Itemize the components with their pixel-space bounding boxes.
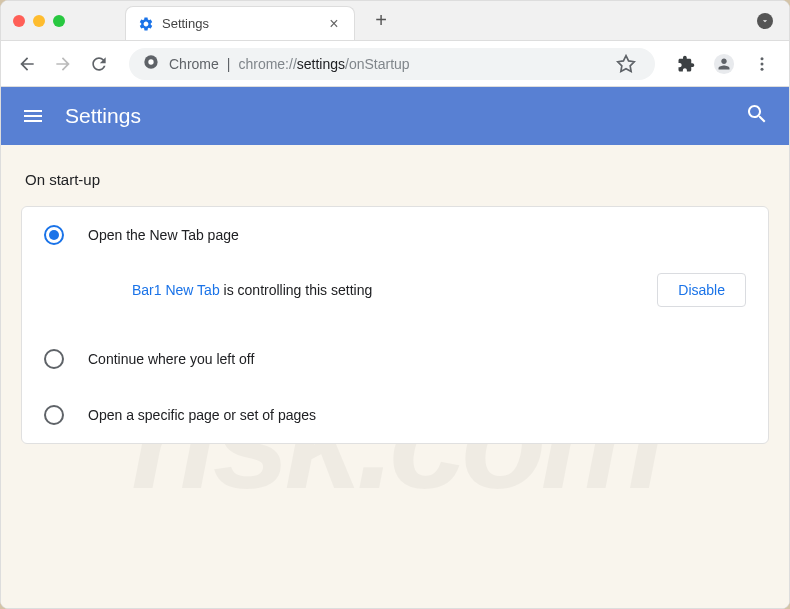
- option-specific-pages[interactable]: Open a specific page or set of pages: [22, 387, 768, 443]
- svg-point-3: [761, 57, 764, 60]
- forward-button[interactable]: [49, 50, 77, 78]
- url-text: Chrome | chrome://settings/onStartup: [169, 56, 410, 72]
- url-path-rest: /onStartup: [345, 56, 410, 72]
- section-title: On start-up: [25, 171, 781, 188]
- address-bar[interactable]: Chrome | chrome://settings/onStartup: [129, 48, 655, 80]
- back-button[interactable]: [13, 50, 41, 78]
- svg-point-1: [148, 59, 153, 64]
- close-window-button[interactable]: [13, 15, 25, 27]
- url-prefix: Chrome: [169, 56, 219, 72]
- option-label: Continue where you left off: [88, 351, 254, 367]
- hamburger-menu-icon[interactable]: [21, 104, 45, 128]
- radio-unselected-icon[interactable]: [44, 349, 64, 369]
- gear-icon: [138, 16, 154, 32]
- profile-icon[interactable]: [709, 49, 739, 79]
- titlebar: Settings × +: [1, 1, 789, 41]
- reload-button[interactable]: [85, 50, 113, 78]
- menu-icon[interactable]: [747, 49, 777, 79]
- radio-selected-icon[interactable]: [44, 225, 64, 245]
- browser-tab[interactable]: Settings ×: [125, 6, 355, 40]
- radio-unselected-icon[interactable]: [44, 405, 64, 425]
- extensions-icon[interactable]: [671, 49, 701, 79]
- startup-options-card: Open the New Tab page Bar1 New Tab is co…: [21, 206, 769, 444]
- maximize-window-button[interactable]: [53, 15, 65, 27]
- new-tab-button[interactable]: +: [367, 7, 395, 35]
- settings-header: Settings: [1, 87, 789, 145]
- option-new-tab[interactable]: Open the New Tab page: [22, 207, 768, 263]
- option-continue[interactable]: Continue where you left off: [22, 331, 768, 387]
- chevron-down-icon[interactable]: [757, 13, 773, 29]
- notice-message: is controlling this setting: [220, 282, 373, 298]
- option-label: Open the New Tab page: [88, 227, 239, 243]
- window-controls: [13, 15, 65, 27]
- svg-point-5: [761, 67, 764, 70]
- url-path: settings: [297, 56, 345, 72]
- extension-notice: Bar1 New Tab is controlling this setting…: [22, 263, 768, 331]
- content-area: PC risk.com On start-up Open the New Tab…: [1, 145, 789, 608]
- browser-window: Settings × + Chrome | chrome://s: [0, 0, 790, 609]
- svg-point-4: [761, 62, 764, 65]
- url-protocol: chrome://: [238, 56, 296, 72]
- disable-button[interactable]: Disable: [657, 273, 746, 307]
- extension-link[interactable]: Bar1 New Tab: [132, 282, 220, 298]
- titlebar-right: [757, 13, 773, 29]
- close-tab-button[interactable]: ×: [326, 16, 342, 32]
- search-icon[interactable]: [745, 102, 769, 130]
- bookmark-star-icon[interactable]: [611, 49, 641, 79]
- page-title: Settings: [65, 104, 141, 128]
- tab-title: Settings: [162, 16, 318, 31]
- notice-text: Bar1 New Tab is controlling this setting: [132, 282, 372, 298]
- chrome-icon: [143, 54, 159, 74]
- minimize-window-button[interactable]: [33, 15, 45, 27]
- toolbar: Chrome | chrome://settings/onStartup: [1, 41, 789, 87]
- option-label: Open a specific page or set of pages: [88, 407, 316, 423]
